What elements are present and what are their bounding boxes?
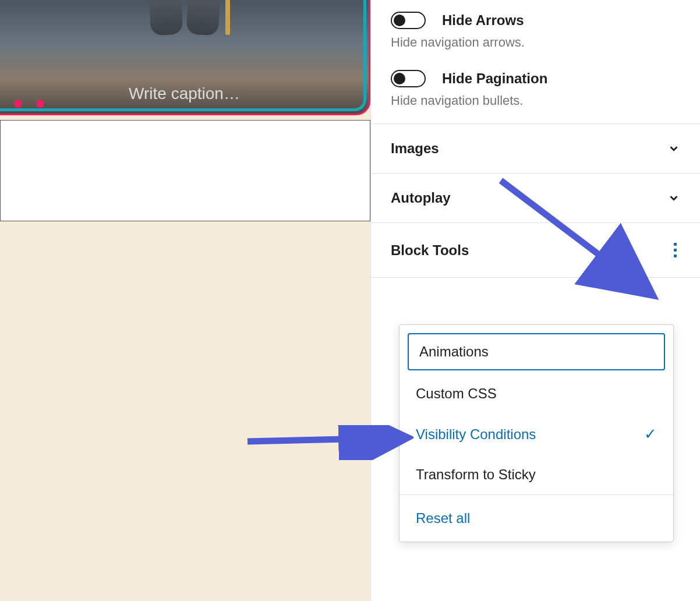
menu-item-transform-sticky[interactable]: Transform to Sticky (400, 455, 673, 494)
slider-block-selected[interactable]: Write caption… (0, 0, 370, 115)
hide-pagination-toggle[interactable] (391, 70, 426, 87)
menu-item-label: Custom CSS (416, 386, 497, 402)
editor-canvas: Write caption… (0, 0, 370, 601)
menu-item-label: Transform to Sticky (416, 466, 536, 483)
menu-item-animations[interactable]: Animations (408, 333, 665, 370)
pagination-dots[interactable] (14, 100, 44, 108)
caption-input[interactable]: Write caption… (0, 84, 369, 103)
hide-arrows-description: Hide navigation arrows. (391, 35, 680, 50)
autoplay-section-title: Autoplay (391, 190, 451, 206)
menu-item-label: Reset all (416, 510, 470, 526)
empty-paragraph-block[interactable] (0, 120, 370, 221)
menu-item-custom-css[interactable]: Custom CSS (400, 374, 673, 413)
pagination-dot[interactable] (36, 100, 44, 108)
menu-item-reset-all[interactable]: Reset all (400, 495, 673, 542)
block-tools-section-header: Block Tools (371, 222, 700, 277)
hide-arrows-label: Hide Arrows (442, 12, 524, 29)
block-tools-dropdown: Animations Custom CSS Visibility Conditi… (399, 324, 674, 542)
menu-item-label: Animations (419, 344, 489, 360)
chevron-down-icon (667, 142, 680, 155)
menu-item-label: Visibility Conditions (416, 426, 536, 443)
navigation-settings-panel: Hide Arrows Hide navigation arrows. Hide… (371, 0, 700, 123)
chevron-down-icon (667, 192, 680, 204)
block-tools-section-title: Block Tools (391, 242, 469, 259)
hide-arrows-toggle[interactable] (391, 12, 426, 29)
block-tools-options-button[interactable] (670, 239, 680, 261)
images-section-header[interactable]: Images (371, 123, 700, 173)
autoplay-section-header[interactable]: Autoplay (371, 173, 700, 222)
menu-item-visibility-conditions[interactable]: Visibility Conditions ✓ (400, 413, 673, 455)
pagination-dot[interactable] (14, 100, 22, 108)
check-icon: ✓ (644, 425, 657, 443)
hide-pagination-label: Hide Pagination (442, 70, 547, 87)
images-section-title: Images (391, 140, 439, 157)
hide-pagination-description: Hide navigation bullets. (391, 93, 680, 108)
